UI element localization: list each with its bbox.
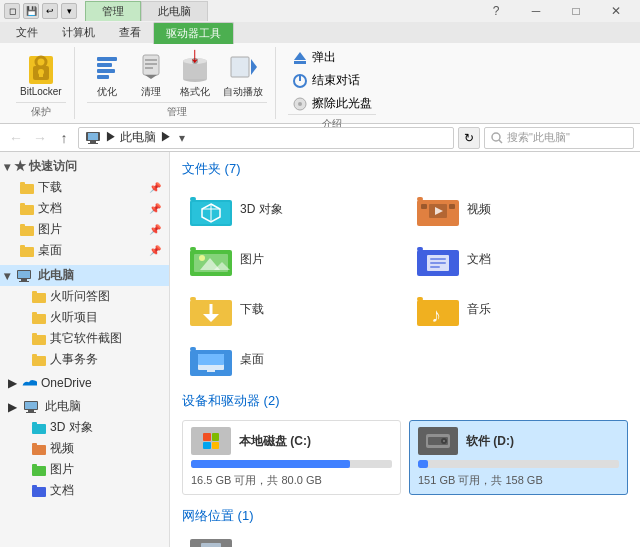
- svg-rect-29: [88, 143, 98, 144]
- folder-item-desktop[interactable]: 桌面: [182, 338, 401, 380]
- sidebar-item-fireplay-qa[interactable]: 火听问答图: [0, 286, 169, 307]
- folder-icon: [32, 354, 46, 366]
- pictures-sidebar-label: 图片: [50, 461, 74, 478]
- title-bar-icons: ◻ 💾 ↩ ▾: [4, 3, 77, 19]
- help-button[interactable]: ?: [476, 0, 516, 22]
- address-path[interactable]: ▶ 此电脑 ▶ ▾: [78, 127, 454, 149]
- sidebar-this-pc[interactable]: ▾ 此电脑: [0, 265, 169, 286]
- svg-rect-48: [32, 335, 46, 345]
- folder-downloads-svg: [190, 292, 232, 326]
- folder-icon: [32, 312, 46, 324]
- sidebar-item-desktop[interactable]: 桌面 📌: [0, 240, 169, 261]
- tab-manage[interactable]: 管理: [85, 1, 141, 21]
- drive-d-bar-container: [418, 460, 619, 468]
- sidebar-item-hr[interactable]: 人事务务: [0, 349, 169, 370]
- sidebar-3d-objects[interactable]: 3D 对象: [0, 417, 169, 438]
- close-button[interactable]: ✕: [596, 0, 636, 22]
- ribbon-tab-computer[interactable]: 计算机: [50, 22, 107, 43]
- svg-rect-18: [231, 57, 249, 77]
- folder-3d-icon: [32, 422, 46, 434]
- clean-label: 清理: [141, 85, 161, 99]
- save-icon[interactable]: 💾: [23, 3, 39, 19]
- folder-item-downloads[interactable]: 下载: [182, 288, 401, 330]
- up-button[interactable]: ↑: [54, 128, 74, 148]
- sidebar-item-fireplay-project[interactable]: 火听项目: [0, 307, 169, 328]
- svg-rect-35: [20, 203, 25, 206]
- clean-button[interactable]: 清理: [131, 49, 171, 101]
- folder-music-icon-wrapper: ♪: [417, 292, 459, 326]
- sidebar-videos[interactable]: 视频: [0, 438, 169, 459]
- format-label: 格式化: [180, 85, 210, 99]
- folder-item-documents[interactable]: 文档: [409, 238, 628, 280]
- eject-button[interactable]: 弹出: [288, 47, 376, 68]
- folder-downloads-label: 下载: [240, 301, 264, 318]
- svg-rect-106: [201, 543, 221, 547]
- quick-access-icon[interactable]: ◻: [4, 3, 20, 19]
- sidebar: ▾ ★ 快速访问 下载 📌 文档 📌 图片 📌 桌面 📌: [0, 152, 170, 547]
- svg-rect-50: [32, 356, 46, 366]
- svg-rect-44: [32, 293, 46, 303]
- ribbon-tab-file[interactable]: 文件: [4, 22, 50, 43]
- svg-rect-61: [32, 464, 37, 467]
- pin-icon: 📌: [149, 245, 161, 256]
- folder-item-videos[interactable]: 视频: [409, 188, 628, 230]
- minimize-button[interactable]: ─: [516, 0, 556, 22]
- this-pc-sidebar-section: ▾ 此电脑 火听问答图 火听项目 其它软件截图: [0, 265, 169, 370]
- svg-rect-21: [294, 61, 306, 64]
- folder-3d-svg: [190, 192, 232, 226]
- ribbon: 文件 计算机 查看 驱动器工具 BitLock: [0, 22, 640, 124]
- folder-grid: 3D 对象 视频: [182, 188, 628, 380]
- back-button[interactable]: ←: [6, 128, 26, 148]
- refresh-button[interactable]: ↻: [458, 127, 480, 149]
- folder-item-music[interactable]: ♪ 音乐: [409, 288, 628, 330]
- svg-rect-42: [21, 279, 27, 281]
- drive-item-c[interactable]: 本地磁盘 (C:) 16.5 GB 可用，共 80.0 GB: [182, 420, 401, 495]
- svg-rect-39: [20, 245, 25, 248]
- sidebar-documents[interactable]: 文档: [0, 480, 169, 501]
- address-dropdown[interactable]: ▾: [172, 131, 192, 145]
- drive-c-bar-container: [191, 460, 392, 468]
- ribbon-tab-view[interactable]: 查看: [107, 22, 153, 43]
- svg-rect-58: [32, 445, 46, 455]
- undo-icon[interactable]: ↩: [42, 3, 58, 19]
- sidebar-item-software-screenshots[interactable]: 其它软件截图: [0, 328, 169, 349]
- svg-rect-74: [449, 204, 455, 209]
- folder-documents-svg: [417, 242, 459, 276]
- network-item-gateway[interactable]: 天翼网关: [182, 535, 628, 547]
- documents-sidebar-label: 文档: [50, 482, 74, 499]
- autoplay-button[interactable]: 自动播放: [219, 49, 267, 101]
- main-area: ▾ ★ 快速访问 下载 📌 文档 📌 图片 📌 桌面 📌: [0, 152, 640, 547]
- end-session-button[interactable]: 结束对话: [288, 70, 376, 91]
- drive-d-bar: [418, 460, 428, 468]
- autoplay-label: 自动播放: [223, 85, 263, 99]
- maximize-button[interactable]: □: [556, 0, 596, 22]
- address-bar: ← → ↑ ▶ 此电脑 ▶ ▾ ↻ 搜索"此电脑": [0, 124, 640, 152]
- forward-button[interactable]: →: [30, 128, 50, 148]
- folder-item-3d[interactable]: 3D 对象: [182, 188, 401, 230]
- drive-d-name: 软件 (D:): [466, 433, 514, 450]
- tab-this-pc[interactable]: 此电脑: [141, 1, 208, 21]
- sidebar-this-pc-bottom[interactable]: ▶ 此电脑: [0, 396, 169, 417]
- sidebar-pictures[interactable]: 图片: [0, 459, 169, 480]
- optimize-icon: [91, 51, 123, 83]
- protect-label: 保护: [16, 102, 66, 119]
- title-tabs: 管理 此电脑: [85, 1, 476, 21]
- bitlocker-button[interactable]: BitLocker: [16, 50, 66, 99]
- desktop-label: 桌面: [38, 242, 62, 259]
- sidebar-item-documents[interactable]: 文档 📌: [0, 198, 169, 219]
- optimize-button[interactable]: 优化: [87, 49, 127, 101]
- sidebar-item-downloads[interactable]: 下载 📌: [0, 177, 169, 198]
- svg-rect-37: [20, 224, 25, 227]
- folder-item-pictures[interactable]: 图片: [182, 238, 401, 280]
- sidebar-onedrive[interactable]: ▶ OneDrive: [0, 374, 169, 392]
- dropdown-icon[interactable]: ▾: [61, 3, 77, 19]
- drive-item-d[interactable]: 软件 (D:) 151 GB 可用，共 158 GB: [409, 420, 628, 495]
- svg-point-25: [298, 102, 302, 106]
- erase-disc-button[interactable]: 擦除此光盘: [288, 93, 376, 114]
- search-box[interactable]: 搜索"此电脑": [484, 127, 634, 149]
- quick-access-header[interactable]: ▾ ★ 快速访问: [0, 156, 169, 177]
- bitlocker-label: BitLocker: [20, 86, 62, 97]
- sidebar-item-pictures[interactable]: 图片 📌: [0, 219, 169, 240]
- hr-label: 人事务务: [50, 351, 98, 368]
- folder-pictures-label: 图片: [240, 251, 264, 268]
